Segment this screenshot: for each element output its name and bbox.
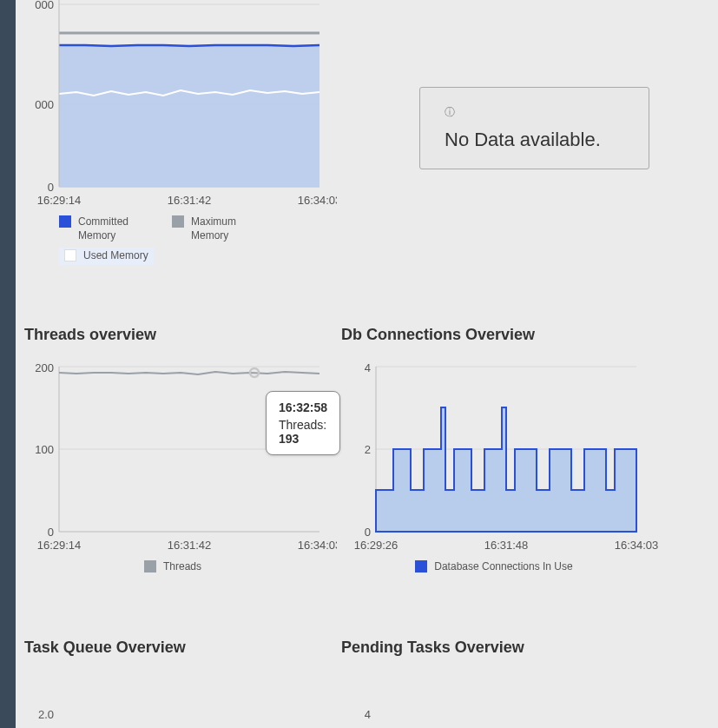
square-icon [172,215,184,228]
db-xtick-1: 16:31:48 [484,539,529,552]
threads-ytick-0: 200 [35,361,54,374]
threads-xtick-1: 16:31:42 [168,539,212,552]
legend-label: Maximum Memory [191,215,269,242]
no-data-message: No Data available. [445,129,601,150]
tooltip-series-label: Threads: [279,418,326,432]
db-ytick-1: 2 [365,443,371,456]
db-ytick-2: 0 [365,526,371,539]
memory-ytick-2: 0 [48,181,54,194]
memory-xtick-0: 16:29:14 [37,194,82,207]
memory-chart-panel: 000 000 0 16:29:14 16:31:42 16:34:03 Com… [24,0,337,270]
threads-chart-panel: Threads overview 200 100 0 16:29:14 16:3… [24,326,337,579]
memory-legend: Committed Memory Maximum Memory Used Mem… [24,215,337,270]
square-icon [144,560,156,572]
db-title: Db Connections Overview [341,326,662,344]
square-icon [64,249,76,261]
db-xtick-0: 16:29:26 [354,539,399,552]
info-icon: ⓘ [445,105,624,120]
pending-tasks-svg: 4 [341,671,662,723]
pending-tasks-ytick: 4 [365,708,371,721]
tooltip-value: 193 [279,432,299,446]
task-queue-ytick: 2.0 [38,708,54,721]
threads-title: Threads overview [24,326,337,344]
memory-xtick-1: 16:31:42 [168,194,212,207]
task-queue-panel: Task Queue Overview 2.0 [24,639,337,723]
legend-label: Used Memory [83,249,148,263]
pending-tasks-title: Pending Tasks Overview [341,639,662,657]
legend-label: Threads [163,560,201,574]
memory-ytick-0: 000 [35,0,54,11]
legend-label: Database Connections In Use [434,560,572,574]
memory-chart-svg: 000 000 0 16:29:14 16:31:42 16:34:03 [24,0,337,208]
db-xtick-2: 16:34:03 [615,539,659,552]
threads-xtick-2: 16:34:03 [298,539,337,552]
db-legend: Database Connections In Use [341,560,662,579]
threads-chart-svg: 200 100 0 16:29:14 16:31:42 16:34:03 [24,358,337,553]
legend-label: Committed Memory [78,215,156,242]
sidebar-strip [0,0,16,728]
legend-item-threads[interactable]: Threads [144,560,201,574]
db-chart-panel: Db Connections Overview 4 2 0 16:29:26 1… [341,326,662,579]
legend-item-maximum[interactable]: Maximum Memory [172,215,269,242]
square-icon [415,560,427,572]
no-data-panel: ⓘ No Data available. [419,87,649,169]
threads-ytick-2: 0 [48,526,54,539]
dashboard-content: 000 000 0 16:29:14 16:31:42 16:34:03 Com… [16,0,718,728]
task-queue-svg: 2.0 [24,671,337,723]
tooltip-time: 16:32:58 [279,400,327,414]
threads-legend: Threads [24,560,337,579]
legend-item-used[interactable]: Used Memory [59,248,154,265]
db-chart-svg: 4 2 0 16:29:26 16:31:48 16:34:03 [341,358,662,553]
memory-xtick-2: 16:34:03 [298,194,337,207]
legend-item-db[interactable]: Database Connections In Use [415,560,572,574]
task-queue-title: Task Queue Overview [24,639,337,657]
square-icon [59,215,71,228]
legend-item-committed[interactable]: Committed Memory [59,215,156,242]
db-ytick-0: 4 [365,361,371,374]
threads-xtick-0: 16:29:14 [37,539,82,552]
threads-ytick-1: 100 [35,443,54,456]
memory-ytick-1: 000 [35,98,54,111]
threads-tooltip: 16:32:58 Threads: 193 [266,391,340,455]
pending-tasks-panel: Pending Tasks Overview 4 [341,639,662,723]
